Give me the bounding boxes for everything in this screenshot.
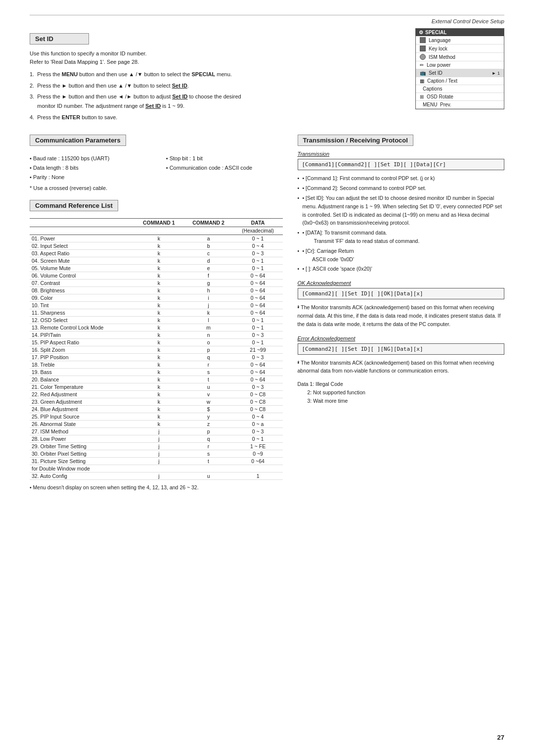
cmd-name: 17. PIP Position xyxy=(30,353,134,361)
cmd-name: 18. Treble xyxy=(30,361,134,368)
cmd2: t xyxy=(183,457,233,465)
cmd1: k xyxy=(134,398,183,405)
cmd2: m xyxy=(183,324,233,331)
cmd-data: 0 ~ 3 xyxy=(233,383,283,390)
table-row: 03. Aspect Ratiokc0 ~ 3 xyxy=(30,249,283,257)
cmd-name: for Double Window mode xyxy=(30,465,134,472)
cmd-name: 06. Volume Control xyxy=(30,272,134,279)
cmd2: n xyxy=(183,331,233,338)
comm-param-data: • Data length : 8 bits xyxy=(30,163,146,173)
cmd-data xyxy=(233,465,283,472)
cmd-data: 0 ~ 64 xyxy=(233,286,283,294)
command-reference-section: Command Reference List COMMAND 1 COMMAND… xyxy=(30,200,283,492)
cmd1: k xyxy=(134,420,183,427)
transmission-section: Transmission / Receiving Protocol Transm… xyxy=(298,135,505,273)
comm-param-stop: • Stop bit : 1 bit xyxy=(166,154,283,163)
cmd1: k xyxy=(134,294,183,301)
err-ack-label: Error Acknowledgement xyxy=(298,335,505,341)
err-ack-note-text: * The Monitor transmits ACK (acknowledge… xyxy=(298,359,505,376)
special-menu-item-ism: ISM Method xyxy=(416,53,504,61)
cmd-data: 21 ~99 xyxy=(233,346,283,353)
cmd2: h xyxy=(183,286,233,294)
cmd-name: 12. OSD Select xyxy=(30,316,134,324)
cmd-name: 22. Red Adjustment xyxy=(30,390,134,398)
err-ack-note: * The Monitor transmits ACK (acknowledge… xyxy=(298,359,505,376)
setid-arrow-icon: ► 1 xyxy=(492,71,500,76)
table-row: 25. PIP Input Sourceky0 ~ 4 xyxy=(30,413,283,420)
cmd2: t xyxy=(183,376,233,383)
special-menu-item-language: Language xyxy=(416,36,504,45)
cmd1: k xyxy=(134,353,183,361)
cmd2: a xyxy=(183,235,233,242)
ok-ack-note: * The Monitor transmits ACK (acknowledge… xyxy=(298,303,505,328)
cmd1: k xyxy=(134,413,183,420)
table-row: 23. Green Adjustmentkw0 ~ C8 xyxy=(30,398,283,405)
cmd1: j xyxy=(134,457,183,465)
trans-note-2: • [Command 2]: Second command to control… xyxy=(298,184,505,192)
cmd-data: 0 ~ 64 xyxy=(233,376,283,383)
cmd1: k xyxy=(134,257,183,264)
cmd-name: 32. Auto Config xyxy=(30,472,134,479)
table-row: 07. Contrastkg0 ~ 64 xyxy=(30,279,283,286)
caption-text-icon: ▦ xyxy=(420,78,424,84)
cmd2: u xyxy=(183,383,233,390)
special-menu-item-osd-rotate: ⊞ OSD Rotate xyxy=(416,93,504,101)
error-acknowledgement-section: Error Acknowledgement [Command2][ ][Set … xyxy=(298,335,505,405)
cmd1: j xyxy=(134,435,183,442)
cmd1: k xyxy=(134,324,183,331)
cmd-ref-label: Command Reference List xyxy=(30,200,118,211)
cmd2: $ xyxy=(183,405,233,413)
cmd-data: 0 ~ C8 xyxy=(233,398,283,405)
cmd-table-header-row: COMMAND 1 COMMAND 2 DATA xyxy=(30,218,283,227)
cmd-table-header-cmd2: COMMAND 2 xyxy=(183,218,233,227)
cmd-name: 24. Blue Adjustment xyxy=(30,405,134,413)
cmd-name: 09. Color xyxy=(30,294,134,301)
cmd-name: 03. Aspect Ratio xyxy=(30,249,134,257)
cmd1: k xyxy=(134,316,183,324)
special-menu-item-menu-prev: MENU Prev. xyxy=(416,101,504,109)
table-row: 17. PIP Positionkq0 ~ 3 xyxy=(30,353,283,361)
cmd-table-body: 01. Powerka0 ~ 102. Input Selectkb0 ~ 40… xyxy=(30,235,283,479)
cmd-name: 10. Tint xyxy=(30,301,134,309)
ism-icon xyxy=(420,54,426,60)
ok-ack-note-text: * The Monitor transmits ACK (acknowledge… xyxy=(298,303,505,328)
cmd-name: 26. Abnormal State xyxy=(30,420,134,427)
cmd1: k xyxy=(134,235,183,242)
cmd2: w xyxy=(183,398,233,405)
cmd2: v xyxy=(183,390,233,398)
cmd2: u xyxy=(183,472,233,479)
cmd-name: 31. Picture Size Setting xyxy=(30,457,134,465)
cmd2: e xyxy=(183,264,233,272)
cmd-data: 0 ~ 1 xyxy=(233,235,283,242)
table-row: 01. Powerka0 ~ 1 xyxy=(30,235,283,242)
keylock-icon xyxy=(420,46,426,51)
cmd-name: 27. ISM Method xyxy=(30,427,134,435)
cmd-ref-footnote: • Menu doesn't display on screen when se… xyxy=(30,484,283,492)
cmd-data: 1 ~ FE xyxy=(233,442,283,450)
cmd-data: 0 ~ 64 xyxy=(233,309,283,316)
cmd2: f xyxy=(183,272,233,279)
cmd-table-header-data: DATA xyxy=(233,218,283,227)
communication-parameters-section: Communication Parameters • Baud rate : 1… xyxy=(30,135,283,190)
cmd-table-subheader-row: (Hexadecimal) xyxy=(30,227,283,235)
cmd2: o xyxy=(183,338,233,346)
cmd1: k xyxy=(134,331,183,338)
table-row: 21. Color Temperatureku0 ~ 3 xyxy=(30,383,283,390)
cmd-data: 0 ~ 3 xyxy=(233,427,283,435)
cmd2: l xyxy=(183,316,233,324)
cmd-name: 11. Sharpness xyxy=(30,309,134,316)
cmd1: k xyxy=(134,346,183,353)
cmd2: p xyxy=(183,427,233,435)
language-icon xyxy=(420,37,426,43)
table-row: 08. Brightnesskh0 ~ 64 xyxy=(30,286,283,294)
cmd-name: 23. Green Adjustment xyxy=(30,398,134,405)
cmd-data: 0 ~ 64 xyxy=(233,301,283,309)
table-row: 10. Tintkj0 ~ 64 xyxy=(30,301,283,309)
cmd-name: 04. Screen Mute xyxy=(30,257,134,264)
top-rule xyxy=(30,15,504,15)
table-row: 04. Screen Mutekd0 ~ 1 xyxy=(30,257,283,264)
cmd-name: 28. Low Power xyxy=(30,435,134,442)
table-row: 11. Sharpnesskk0 ~ 64 xyxy=(30,309,283,316)
table-row: 13. Remote Control Lock Modekm0 ~ 1 xyxy=(30,324,283,331)
ok-acknowledgement-section: OK Acknowledgement [Command2][ ][Set ID]… xyxy=(298,280,505,328)
